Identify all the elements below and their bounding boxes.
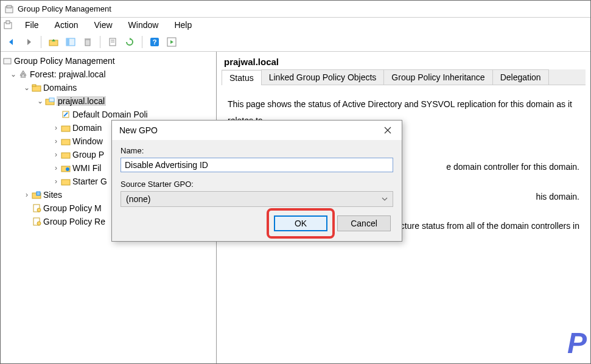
app-icon: [4, 4, 14, 14]
svg-rect-1: [7, 5, 12, 8]
up-folder-button[interactable]: [46, 35, 61, 49]
svg-rect-8: [85, 38, 91, 40]
toolbar-separator: [142, 36, 142, 48]
expand-icon[interactable]: ›: [52, 177, 60, 186]
tree-label: WMI Fil: [72, 163, 101, 173]
tree-label: Group Policy Re: [43, 217, 105, 226]
menubar-icon: [3, 20, 13, 30]
cancel-button[interactable]: Cancel: [337, 215, 391, 231]
sites-folder-icon: [31, 189, 42, 200]
expand-icon[interactable]: ›: [52, 137, 60, 145]
toolbar-separator: [41, 36, 41, 48]
content-title: prajwal.local: [222, 55, 586, 68]
dialog-buttons: OK Cancel: [121, 215, 393, 231]
report-icon: [31, 216, 42, 227]
watermark-logo: P: [567, 326, 587, 360]
dialog-titlebar: New GPO: [112, 121, 402, 140]
expand-icon[interactable]: ›: [52, 164, 60, 172]
svg-text:?: ?: [153, 38, 157, 46]
wmi-folder-icon: [60, 163, 71, 173]
expand-icon[interactable]: ›: [52, 124, 60, 132]
source-starter-select[interactable]: (none): [121, 191, 393, 207]
svg-rect-19: [49, 98, 54, 102]
menu-view[interactable]: View: [86, 19, 119, 31]
content-tabs: Status Linked Group Policy Objects Group…: [222, 69, 586, 85]
tree-label: Forest: prajwal.local: [30, 69, 106, 79]
toolbar-separator: [100, 36, 100, 48]
gpo-link-icon: [60, 109, 71, 120]
tree-label: Default Domain Poli: [72, 110, 148, 119]
svg-point-25: [66, 167, 69, 171]
svg-rect-3: [6, 21, 10, 24]
ok-button[interactable]: OK: [274, 215, 327, 231]
select-value: (none): [126, 194, 150, 204]
menubar: File Action View Window Help: [1, 18, 590, 32]
tree-label: prajwal.local: [57, 96, 106, 106]
collapse-icon[interactable]: ⌄: [36, 97, 44, 105]
tab-gp-inheritance[interactable]: Group Policy Inheritance: [383, 69, 492, 85]
toolbar: ?: [1, 32, 590, 52]
window-title: Group Policy Management: [18, 4, 111, 13]
run-button[interactable]: [164, 35, 179, 49]
svg-rect-28: [37, 192, 40, 195]
name-label: Name:: [121, 146, 393, 155]
svg-point-30: [37, 208, 41, 212]
tree-label: Window: [72, 136, 103, 146]
tree-label: Group Policy M: [43, 203, 102, 213]
refresh-button[interactable]: [122, 35, 137, 49]
tree-label: Domains: [43, 83, 77, 93]
tree-label: Group P: [72, 150, 104, 159]
tree-domains[interactable]: ⌄ Domains: [2, 81, 215, 94]
svg-rect-6: [66, 38, 69, 46]
source-starter-label: Source Starter GPO:: [121, 180, 393, 189]
tree-label: Group Policy Management: [14, 56, 115, 66]
svg-rect-26: [61, 180, 70, 185]
back-button[interactable]: [4, 35, 19, 49]
gpo-folder-icon: [60, 149, 71, 160]
svg-rect-17: [32, 85, 36, 86]
ou-icon: [60, 122, 71, 133]
dialog-title: New GPO: [119, 125, 158, 135]
console-icon: [2, 55, 13, 66]
expand-icon[interactable]: ›: [52, 150, 60, 159]
window-titlebar: Group Policy Management: [1, 1, 590, 18]
tree-domain-prajwal[interactable]: ⌄ prajwal.local: [2, 94, 215, 108]
delete-button[interactable]: [80, 35, 95, 49]
svg-point-32: [37, 222, 41, 225]
tab-delegation[interactable]: Delegation: [492, 69, 549, 85]
new-gpo-dialog: New GPO Name: Source Starter GPO: (none)…: [111, 120, 402, 242]
tree-label: Sites: [43, 190, 62, 200]
svg-rect-21: [61, 126, 70, 131]
ou-icon: [60, 136, 71, 147]
tree-item[interactable]: Default Domain Poli: [2, 108, 215, 121]
collapse-icon[interactable]: ⌄: [9, 70, 18, 79]
tree-label: Domain: [72, 123, 102, 133]
menu-file[interactable]: File: [18, 19, 46, 31]
chevron-down-icon: [382, 197, 388, 201]
close-button[interactable]: [379, 123, 397, 138]
domains-folder-icon: [31, 82, 42, 93]
tree-forest[interactable]: ⌄ Forest: prajwal.local: [2, 68, 215, 81]
menu-action[interactable]: Action: [47, 19, 86, 31]
svg-rect-22: [61, 139, 70, 145]
tree-label: Starter G: [72, 177, 107, 186]
tab-linked-gpo[interactable]: Linked Group Policy Objects: [261, 69, 385, 85]
properties-button[interactable]: [105, 35, 120, 49]
forest-icon: [18, 69, 29, 80]
expand-icon[interactable]: ›: [23, 191, 31, 199]
domain-icon: [44, 96, 55, 107]
svg-rect-23: [61, 153, 70, 158]
svg-rect-7: [85, 40, 90, 46]
menu-help[interactable]: Help: [167, 19, 199, 31]
show-hide-tree-button[interactable]: [63, 35, 78, 49]
report-icon: [31, 203, 42, 214]
svg-rect-15: [4, 58, 11, 64]
name-input[interactable]: [121, 158, 393, 172]
tab-status[interactable]: Status: [222, 70, 262, 85]
forward-button[interactable]: [21, 35, 36, 49]
menu-window[interactable]: Window: [121, 19, 166, 31]
help-button[interactable]: ?: [147, 35, 162, 49]
collapse-icon[interactable]: ⌄: [23, 83, 31, 92]
tree-root[interactable]: Group Policy Management: [2, 54, 215, 68]
dialog-body: Name: Source Starter GPO: (none) OK Canc…: [112, 140, 402, 241]
